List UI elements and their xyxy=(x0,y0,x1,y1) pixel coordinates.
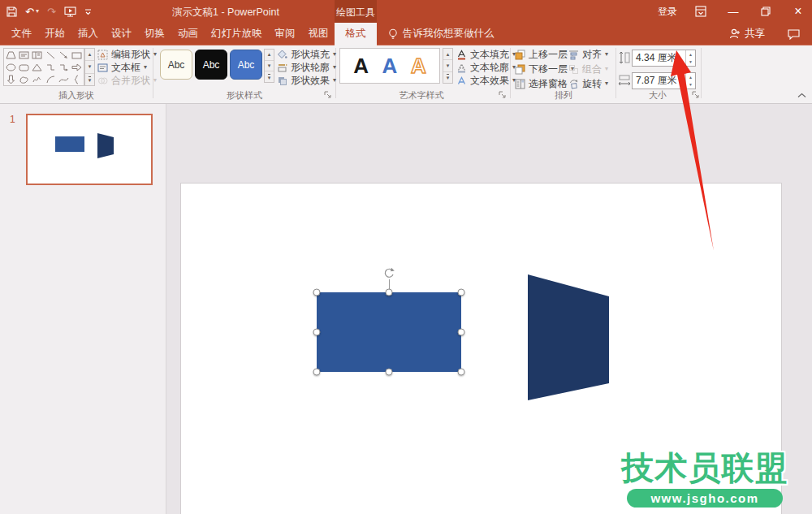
gallery-more-icon[interactable]: ▾ xyxy=(265,71,274,82)
align-button[interactable]: 对齐 ▾ xyxy=(568,48,608,61)
tab-file[interactable]: 文件 xyxy=(5,23,38,45)
shape-outline-button[interactable]: 形状轮廓 ▾ xyxy=(277,61,336,74)
trapezoid-shape[interactable] xyxy=(525,271,614,404)
size-dialog-launcher-icon[interactable] xyxy=(692,91,701,100)
shape-trapezoid-icon[interactable] xyxy=(6,50,16,60)
text-fill-button[interactable]: 文本填充 ▾ xyxy=(456,48,516,61)
width-spinner: ▲▼ xyxy=(685,73,695,89)
tab-home[interactable]: 开始 xyxy=(38,23,71,45)
context-tool-header: 绘图工具 xyxy=(335,0,377,23)
shape-scribble-icon[interactable] xyxy=(32,75,42,84)
gallery-up-icon[interactable]: ▴ xyxy=(85,49,94,61)
tab-slideshow[interactable]: 幻灯片放映 xyxy=(205,23,269,45)
wordart-style-black[interactable]: A xyxy=(353,55,369,76)
spin-down-icon[interactable]: ▼ xyxy=(686,58,695,67)
slide-thumbnail-1[interactable] xyxy=(26,114,153,185)
panel-divider[interactable] xyxy=(166,104,166,514)
ribbon-display-options-icon[interactable] xyxy=(692,2,710,20)
shape-style-swatch-2[interactable]: Abc xyxy=(195,50,227,80)
comments-icon[interactable] xyxy=(784,25,802,43)
send-backward-button[interactable]: 下移一层 ▾ xyxy=(515,63,574,76)
resize-handle-topleft[interactable] xyxy=(313,289,321,296)
shape-oval-icon[interactable] xyxy=(6,63,16,72)
resize-handle-bottomright[interactable] xyxy=(458,369,465,376)
undo-button[interactable]: ↶▾ xyxy=(25,6,39,18)
group-objects-icon xyxy=(568,64,579,75)
chevron-down-icon[interactable]: ▾ xyxy=(36,8,39,15)
wordart-dialog-launcher-icon[interactable] xyxy=(499,91,508,100)
shape-styles-dialog-launcher-icon[interactable] xyxy=(324,91,333,100)
save-icon[interactable] xyxy=(6,6,17,17)
tell-me-box[interactable]: 告诉我你想要做什么 xyxy=(388,23,495,45)
shape-width-value[interactable]: 7.87 厘米 xyxy=(633,74,685,88)
shape-style-swatch-1[interactable]: Abc xyxy=(160,50,192,80)
sign-in-button[interactable]: 登录 xyxy=(658,5,677,19)
shape-triangle-icon[interactable] xyxy=(32,63,42,72)
rotation-handle-icon[interactable] xyxy=(383,267,395,279)
tab-format-active[interactable]: 格式 xyxy=(335,23,377,45)
spin-down-icon[interactable]: ▼ xyxy=(686,81,695,89)
gallery-more-icon[interactable]: ▾ xyxy=(443,72,452,83)
text-outline-button[interactable]: 文本轮廓 ▾ xyxy=(456,61,516,74)
gallery-down-icon[interactable]: ▾ xyxy=(85,61,94,73)
shape-arrow-line-icon[interactable] xyxy=(58,50,69,60)
shape-height-value[interactable]: 4.34 厘米 xyxy=(633,51,685,65)
shape-rounded-rect-icon[interactable] xyxy=(19,63,29,72)
rotate-button[interactable]: 旋转 ▾ xyxy=(568,77,608,90)
selection-pane-icon xyxy=(515,79,525,89)
shape-fill-button[interactable]: 形状填充 ▾ xyxy=(277,48,336,61)
close-button[interactable]: × xyxy=(789,2,807,20)
share-button[interactable]: 共享 xyxy=(729,23,765,45)
tab-design[interactable]: 设计 xyxy=(105,23,138,45)
spin-up-icon[interactable]: ▲ xyxy=(686,50,695,58)
gallery-down-icon[interactable]: ▾ xyxy=(265,61,274,72)
resize-handle-bottom[interactable] xyxy=(386,369,393,376)
shape-placeholder-icon[interactable] xyxy=(19,50,29,60)
tab-review[interactable]: 审阅 xyxy=(269,23,302,45)
shape-down-arrow-icon[interactable] xyxy=(6,75,16,84)
edit-shape-button[interactable]: 编辑形状 ▾ xyxy=(97,48,157,61)
gallery-up-icon[interactable]: ▴ xyxy=(443,49,452,60)
resize-handle-top[interactable] xyxy=(386,289,393,296)
tab-animations[interactable]: 动画 xyxy=(171,23,205,45)
collapse-ribbon-icon[interactable] xyxy=(797,93,806,98)
tab-insert[interactable]: 插入 xyxy=(71,23,105,45)
resize-handle-left[interactable] xyxy=(313,329,321,336)
selected-rectangle-shape[interactable] xyxy=(317,292,461,372)
text-outline-icon xyxy=(456,63,467,73)
minimize-button[interactable]: — xyxy=(724,2,742,20)
shape-right-arrow-icon[interactable] xyxy=(71,63,82,72)
shape-brace-icon[interactable] xyxy=(71,75,82,84)
text-box-button[interactable]: 文本框 ▾ xyxy=(97,61,147,74)
gallery-up-icon[interactable]: ▴ xyxy=(265,50,274,61)
tab-transitions[interactable]: 切换 xyxy=(138,23,171,45)
shape-placeholder2-icon[interactable] xyxy=(32,50,42,60)
customize-qat-icon[interactable] xyxy=(84,8,92,15)
shape-style-swatch-3[interactable]: Abc xyxy=(230,50,262,80)
text-effects-button[interactable]: 文本效果 ▾ xyxy=(456,74,516,87)
shape-freeform-icon[interactable] xyxy=(19,75,29,84)
shape-elbow-connector-icon[interactable] xyxy=(45,63,56,72)
shape-line-icon[interactable] xyxy=(45,50,56,60)
shape-curve-icon[interactable] xyxy=(58,75,69,84)
selection-pane-button[interactable]: 选择窗格 xyxy=(515,77,568,90)
tab-view[interactable]: 视图 xyxy=(302,23,335,45)
shape-height-field[interactable]: 4.34 厘米 ▲▼ xyxy=(632,50,696,67)
wordart-style-orange-outline[interactable]: A xyxy=(411,55,426,76)
spin-up-icon[interactable]: ▲ xyxy=(686,73,695,81)
bring-forward-button[interactable]: 上移一层 ▾ xyxy=(515,48,574,61)
shape-width-field[interactable]: 7.87 厘米 ▲▼ xyxy=(632,72,696,89)
restore-button[interactable] xyxy=(757,2,775,20)
resize-handle-topright[interactable] xyxy=(458,289,465,296)
start-slideshow-icon[interactable] xyxy=(64,6,76,17)
shape-rectangle-icon[interactable] xyxy=(71,50,82,60)
shape-arc-icon[interactable] xyxy=(45,75,56,84)
resize-handle-bottomleft[interactable] xyxy=(313,369,321,376)
shape-effects-button[interactable]: 形状效果 ▾ xyxy=(277,74,336,87)
gallery-down-icon[interactable]: ▾ xyxy=(443,60,452,71)
resize-handle-right[interactable] xyxy=(458,329,465,336)
shape-elbow-arrow-icon[interactable] xyxy=(58,63,69,72)
chevron-down-icon: ▾ xyxy=(333,64,336,71)
wordart-style-blue[interactable]: A xyxy=(382,55,398,76)
gallery-more-icon[interactable]: ▾ xyxy=(85,74,94,85)
